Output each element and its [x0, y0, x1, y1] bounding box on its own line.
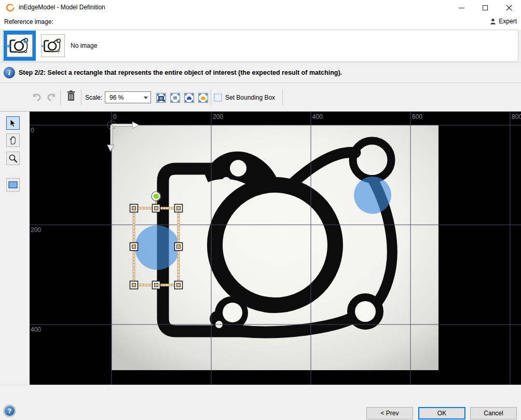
gasket-thumbnail-1: [7, 35, 32, 57]
ruler-tick: 800: [512, 113, 521, 120]
delete-button[interactable]: [65, 90, 77, 102]
resize-handle-e[interactable]: [175, 243, 183, 251]
edge-marker-dot: [42, 45, 44, 47]
redo-icon: [46, 92, 57, 102]
minimize-icon: [459, 8, 464, 8]
match-overlay-circle-1: [135, 225, 180, 270]
rectangle-shape-icon: [8, 181, 18, 188]
trash-icon: [66, 90, 76, 102]
thumbnail-2[interactable]: [40, 34, 65, 58]
undo-icon: [32, 92, 42, 102]
ruler-tick: 0: [113, 113, 117, 120]
chevron-down-icon: [144, 97, 148, 99]
cursor-arrow-icon: [9, 119, 17, 128]
zoom-tool-button[interactable]: [6, 152, 20, 165]
undo-button[interactable]: [31, 91, 43, 103]
title-bar: inEdgeModel - Model Definition: [0, 0, 521, 16]
expert-label: Expert: [499, 18, 517, 25]
set-bounding-box-label: Set Bounding Box: [225, 94, 275, 101]
resize-handle-ne[interactable]: [175, 205, 183, 212]
scale-value: 96 %: [109, 94, 124, 101]
app-logo-icon: [5, 3, 15, 12]
expert-mode-toggle[interactable]: Expert: [490, 18, 517, 25]
tool-palette: [0, 112, 30, 385]
canvas-toolbar: Scale: 96 %: [0, 84, 521, 111]
resize-handle-sw[interactable]: [130, 281, 138, 289]
minimize-button[interactable]: [449, 0, 473, 16]
fit-to-selection-button[interactable]: [183, 92, 195, 103]
app-window: inEdgeModel - Model Definition Reference…: [0, 0, 521, 420]
close-button[interactable]: [497, 0, 521, 16]
resize-handle-w[interactable]: [130, 243, 138, 251]
zoom-actual-size-icon: [170, 93, 180, 103]
fit-to-selection-icon: [184, 93, 194, 103]
no-image-label: No image: [71, 42, 97, 49]
resize-handle-s[interactable]: [153, 281, 160, 289]
step-instruction: Step 2/2: Select a rectangle that repres…: [19, 69, 342, 76]
thumbnail-selected[interactable]: [4, 31, 36, 61]
image-canvas[interactable]: 0 200 400 600 800 0 200 400: [30, 112, 521, 385]
help-button[interactable]: ?: [3, 404, 16, 417]
edge-marker-dot: [23, 39, 27, 43]
magnifier-icon: [8, 154, 18, 163]
scale-dropdown[interactable]: 96 %: [105, 91, 151, 103]
resize-handle-nw[interactable]: [130, 205, 138, 212]
bounding-box-icon: [214, 93, 222, 102]
edge-marker-dot: [7, 45, 10, 48]
close-icon: [506, 5, 512, 11]
maximize-button[interactable]: [473, 0, 497, 16]
ruler-tick: 200: [213, 113, 223, 120]
zoom-fit-image-button[interactable]: [155, 92, 167, 103]
scale-label: Scale:: [85, 94, 102, 101]
ruler-tick: 200: [31, 226, 41, 234]
zoom-fit-image-icon: [156, 93, 166, 103]
prev-button[interactable]: < Prev: [366, 407, 413, 419]
fit-to-model-icon: [198, 93, 208, 103]
ruler-tick: 400: [312, 113, 323, 120]
question-mark-icon: ?: [8, 407, 12, 415]
maximize-icon: [483, 5, 488, 10]
reference-image-label: Reference image:: [4, 18, 53, 25]
select-tool-button[interactable]: [6, 116, 20, 130]
cancel-button[interactable]: Cancel: [470, 407, 517, 419]
match-overlay-circle-2: [354, 177, 391, 214]
ruler-tick: 0: [31, 127, 34, 134]
ok-button[interactable]: OK: [418, 407, 465, 419]
window-title: inEdgeModel - Model Definition: [19, 4, 105, 11]
person-icon: [490, 18, 496, 25]
info-icon: i: [4, 67, 15, 78]
rectangle-tool-button[interactable]: [6, 178, 20, 192]
footer-bar: ? < Prev OK Cancel: [0, 385, 521, 420]
redo-button[interactable]: [46, 91, 57, 103]
gasket-thumbnail-2: [42, 35, 64, 57]
hand-icon: [9, 136, 18, 145]
fit-to-model-button[interactable]: [197, 92, 209, 103]
ruler-tick: 400: [31, 326, 41, 333]
resize-handle-se[interactable]: [175, 281, 183, 289]
thumbnail-strip: No image: [3, 30, 518, 62]
set-bounding-box-button[interactable]: Set Bounding Box: [214, 91, 275, 104]
reference-row: Reference image: Expert: [0, 16, 521, 30]
step-info-bar: i Step 2/2: Select a rectangle that repr…: [0, 62, 521, 83]
pan-tool-button[interactable]: [6, 133, 20, 147]
rotation-handle[interactable]: [152, 192, 161, 201]
ruler-tick: 600: [412, 113, 422, 120]
resize-handle-n[interactable]: [153, 205, 160, 212]
zoom-actual-size-button[interactable]: [169, 92, 181, 103]
